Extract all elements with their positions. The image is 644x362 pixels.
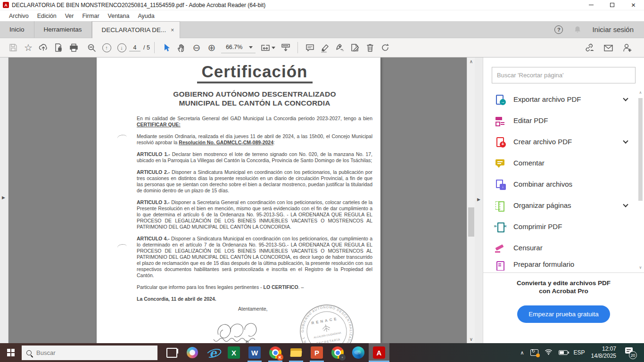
tool-create-pdf[interactable]: Crear archivo PDF (492, 131, 633, 152)
select-tool-button[interactable] (159, 41, 174, 55)
document-title: Certificación (137, 62, 372, 83)
tools-search-input[interactable] (492, 67, 636, 83)
tool-edit-pdf[interactable]: Editar PDF (492, 110, 633, 131)
tools-list: Exportar archivo PDFEditar PDFCrear arch… (492, 89, 633, 271)
document-scrollbar[interactable]: ∧ ∨ (467, 58, 475, 343)
taskbar-search-input[interactable] (36, 349, 131, 356)
menu-bar: ArchivoEdiciónVerFirmarVentanaAyuda (0, 10, 644, 21)
page-number-input[interactable] (129, 44, 140, 51)
minimize-button[interactable] (580, 0, 602, 10)
chevron-down-icon (623, 202, 628, 207)
taskbar-task-view-icon[interactable] (161, 343, 182, 362)
tool-combine-files[interactable]: Combinar archivos (492, 173, 633, 195)
promo-line2: con Acrobat Pro (483, 287, 644, 295)
help-icon[interactable]: ? (554, 25, 563, 34)
tray-app-icon[interactable] (530, 349, 538, 356)
maximize-icon (610, 3, 614, 7)
next-page-button[interactable]: ↓ (114, 41, 129, 55)
taskbar-copilot-icon[interactable] (182, 343, 203, 362)
print-button[interactable] (66, 41, 81, 55)
zoom-level-dropdown[interactable]: 66.7% (221, 42, 256, 53)
scroll-down-icon[interactable]: ∨ (467, 337, 475, 342)
start-button[interactable] (0, 343, 22, 362)
menu-ver[interactable]: Ver (61, 11, 78, 21)
tab-herramientas[interactable]: Herramientas (34, 21, 92, 38)
scrolling-mode-button[interactable] (278, 41, 293, 55)
tool-redact[interactable]: Censurar (492, 237, 633, 258)
sidebar-scrollbar[interactable]: ∧ ∨ (638, 90, 643, 270)
scroll-up-icon[interactable]: ∧ (638, 90, 643, 95)
menu-ventana[interactable]: Ventana (104, 11, 134, 21)
tool-export-pdf[interactable]: Exportar archivo PDF (492, 89, 633, 110)
taskbar-excel-icon[interactable]: X (223, 343, 244, 362)
save-button[interactable] (6, 41, 21, 55)
document-org-heading: GOBIERNO AUTÓNOMO DESCENTRALIZADO MUNICI… (137, 90, 372, 107)
tool-organize-pages[interactable]: Organizar páginas (492, 195, 633, 216)
export-pdf-icon (495, 94, 506, 105)
chevron-down-icon (272, 47, 275, 51)
signature-request-button[interactable] (619, 41, 635, 55)
scroll-down-icon[interactable]: ∨ (638, 265, 643, 270)
app-badge: ◦ (339, 354, 346, 361)
document-closing: Atentamente, (238, 306, 267, 312)
menu-archivo[interactable]: Archivo (5, 11, 33, 21)
taskbar-powerpoint-icon[interactable]: P (306, 343, 327, 362)
scroll-up-icon[interactable]: ∧ (467, 59, 475, 64)
tab-bar: InicioHerramientasDECLARATORIA DE...× ? … (0, 21, 644, 38)
tool-comment[interactable]: Comentar (492, 152, 633, 173)
wifi-icon[interactable] (545, 348, 553, 357)
taskbar-word-icon[interactable]: W (244, 343, 265, 362)
taskbar-edge-icon[interactable] (348, 343, 369, 362)
tool-compress-pdf[interactable]: Comprimir PDF (492, 216, 633, 237)
share-cloud-button[interactable] (36, 41, 51, 55)
search-tool-button[interactable] (84, 41, 99, 55)
menu-ayuda[interactable]: Ayuda (133, 11, 158, 21)
taskbar-chrome-icon[interactable]: K (265, 343, 286, 362)
delete-pages-button[interactable] (363, 41, 378, 55)
fit-width-dropdown[interactable] (257, 41, 278, 55)
tray-chevron-up-icon[interactable]: ∧ (520, 350, 524, 356)
sign-in-button[interactable]: Iniciar sesión (592, 25, 634, 33)
taskbar-file-explorer-icon[interactable] (286, 343, 306, 362)
taskbar-internet-explorer-icon[interactable]: e (203, 343, 223, 362)
highlight-tool-button[interactable] (317, 41, 332, 55)
maximize-button[interactable] (602, 0, 623, 10)
fill-sign-button[interactable] (332, 41, 347, 55)
tab-declaratoria-de[interactable]: DECLARATORIA DE...× (92, 21, 181, 38)
document-viewport: Certificación GOBIERNO AUTÓNOMO DESCENTR… (8, 58, 467, 343)
rotate-pages-button[interactable] (378, 41, 393, 55)
taskbar-search[interactable] (22, 346, 157, 360)
start-free-trial-button[interactable]: Empezar prueba gratuita (517, 305, 610, 323)
scrollbar-thumb[interactable] (638, 98, 643, 201)
clock-time: 12:07 (591, 346, 616, 353)
menu-edicion[interactable]: Edición (33, 11, 61, 21)
language-indicator[interactable]: ESP (574, 349, 585, 356)
email-button[interactable] (601, 41, 616, 55)
left-panel-strip: ▶ (0, 58, 8, 343)
collapse-tools-panel-icon[interactable]: ▶ (477, 197, 480, 202)
action-center-button[interactable]: 20 (625, 347, 636, 358)
menu-firmar[interactable]: Firmar (78, 11, 103, 21)
bookmark-star-button[interactable]: ☆ (21, 41, 36, 55)
taskbar-acrobat-icon[interactable]: A (369, 343, 389, 362)
taskbar-chrome-profile-icon[interactable]: ◦ (327, 343, 348, 362)
zoom-in-button[interactable]: ⊕ (204, 41, 219, 55)
close-button[interactable]: ✕ (623, 0, 644, 10)
previous-page-button[interactable]: ↑ (99, 41, 114, 55)
edit-page-button[interactable] (347, 41, 363, 55)
tab-inicio[interactable]: Inicio (0, 21, 34, 38)
clock[interactable]: 12:07 14/8/2025 (591, 346, 616, 360)
expand-left-panel-icon[interactable]: ▶ (2, 195, 5, 200)
zoom-out-button[interactable]: ⊖ (189, 41, 204, 55)
tool-prepare-form[interactable]: Preparar formulario (492, 258, 633, 271)
scrollbar-thumb[interactable] (468, 207, 474, 237)
hand-tool-button[interactable] (174, 41, 189, 55)
notifications-bell-icon[interactable] (573, 25, 582, 34)
share-link-button[interactable] (582, 41, 597, 55)
comment-tool-button[interactable] (302, 41, 317, 55)
tab-close-icon[interactable]: × (171, 27, 174, 33)
title-bar: A DECLARATORIA DE BIEN MONSTRENCO2025081… (0, 0, 644, 10)
battery-icon[interactable] (559, 350, 568, 355)
export-page-button[interactable] (51, 41, 66, 55)
chevron-down-icon (623, 138, 628, 143)
